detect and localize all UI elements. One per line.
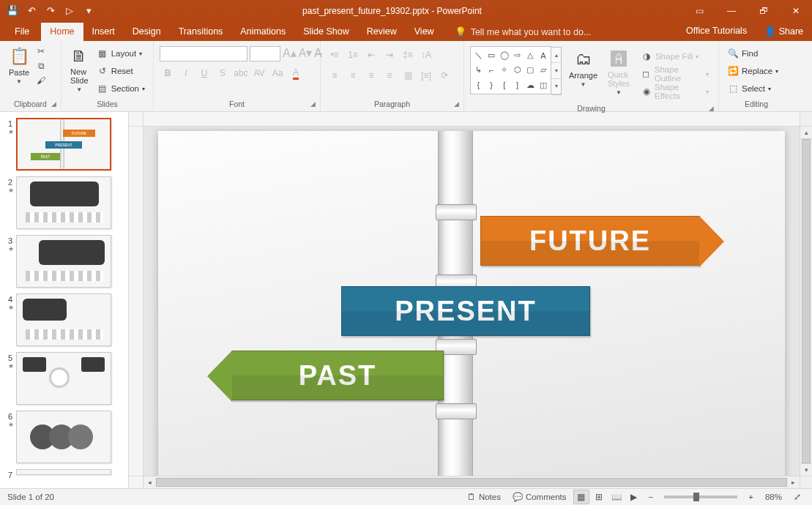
scroll-left-button[interactable]: ◂ — [144, 476, 156, 488]
zoom-slider-handle[interactable] — [693, 493, 699, 501]
char-spacing-button[interactable]: AV — [251, 65, 267, 81]
tab-view[interactable]: View — [406, 23, 443, 41]
from-beginning-button[interactable]: ▷ — [62, 3, 78, 19]
section-button[interactable]: ▤Section ▾ — [94, 81, 147, 96]
replace-button[interactable]: 🔁Replace ▾ — [725, 64, 781, 78]
select-button[interactable]: ⬚Select ▾ — [725, 81, 781, 96]
sign-past[interactable]: PAST — [231, 351, 444, 400]
underline-button[interactable]: U — [196, 65, 212, 81]
decrease-font-button[interactable]: A▾ — [299, 46, 313, 61]
thumbnail-preview[interactable] — [16, 469, 111, 475]
scroll-right-button[interactable]: ▸ — [787, 476, 800, 488]
thumbnail-slide-4[interactable]: 4★ — [3, 293, 128, 346]
comments-button[interactable]: 💬Comments — [507, 489, 572, 506]
new-slide-button[interactable]: 🗎 New Slide ▼ — [66, 43, 93, 93]
qat-customize-button[interactable]: ▾ — [81, 3, 97, 19]
font-launcher[interactable]: ◢ — [310, 100, 316, 108]
align-left-button[interactable]: ≡ — [327, 67, 343, 83]
horizontal-scrollbar[interactable]: ◂ ▸ — [144, 476, 800, 488]
ruler-horizontal[interactable] — [144, 112, 800, 127]
office-tutorials-link[interactable]: Office Tutorials — [677, 22, 756, 41]
arrange-button[interactable]: 🗂 Arrange ▼ — [566, 46, 600, 88]
thumbnail-slide-2[interactable]: 2★ — [3, 176, 128, 229]
scroll-up-button[interactable]: ▴ — [800, 127, 812, 139]
undo-button[interactable]: ↶ — [23, 3, 40, 19]
copy-button[interactable]: ⧉ — [35, 60, 47, 72]
font-size-combo[interactable] — [250, 46, 280, 61]
thumbnail-slide-6[interactable]: 6★ — [3, 411, 128, 463]
strikethrough-button[interactable]: abc — [233, 65, 249, 81]
slide-thumbnail-panel[interactable]: 1★ FUTURE PRESENT PAST 2★ 3★ 4★ 5★ 6★ — [0, 112, 129, 488]
tab-review[interactable]: Review — [358, 23, 406, 41]
align-right-button[interactable]: ≡ — [363, 67, 379, 83]
layout-button[interactable]: ▦Layout ▾ — [94, 46, 147, 61]
shape-fill-button[interactable]: ◑Shape Fill ▾ — [638, 49, 711, 64]
slide-canvas[interactable]: FUTURE PRESENT PAST — [144, 127, 800, 476]
zoom-out-button[interactable]: − — [644, 489, 659, 506]
paragraph-launcher[interactable]: ◢ — [454, 100, 459, 108]
slideshow-view-button[interactable]: ▶ — [626, 490, 642, 504]
thumbnail-preview[interactable] — [16, 235, 111, 288]
shape-outline-button[interactable]: ◻Shape Outline ▾ — [638, 67, 711, 81]
fit-to-window-button[interactable]: ⤢ — [789, 489, 806, 506]
normal-view-button[interactable]: ▦ — [573, 490, 589, 504]
minimize-button[interactable]: — — [715, 0, 748, 21]
increase-font-button[interactable]: A▴ — [283, 46, 297, 61]
save-button[interactable]: 💾 — [4, 3, 21, 19]
find-button[interactable]: 🔍Find — [725, 46, 781, 61]
columns-button[interactable]: ▥ — [400, 67, 416, 83]
vertical-scrollbar[interactable]: ▴ ▾ — [800, 127, 812, 476]
thumbnail-preview[interactable] — [16, 176, 111, 229]
shadow-button[interactable]: S — [215, 65, 231, 81]
format-painter-button[interactable]: 🖌 — [35, 75, 47, 86]
italic-button[interactable]: I — [178, 65, 194, 81]
zoom-level-button[interactable]: 88% — [760, 489, 787, 506]
convert-smartart-button[interactable]: ⟳ — [436, 67, 452, 83]
sorter-view-button[interactable]: ⊞ — [591, 490, 607, 504]
thumbnail-preview[interactable] — [16, 293, 111, 346]
scroll-thumb[interactable] — [156, 478, 787, 487]
tab-slideshow[interactable]: Slide Show — [294, 23, 358, 41]
tell-me-search[interactable]: 💡 Tell me what you want to do... — [447, 23, 599, 41]
justify-button[interactable]: ≡ — [381, 67, 398, 83]
redo-button[interactable]: ↷ — [42, 3, 59, 19]
decrease-indent-button[interactable]: ⇤ — [363, 47, 379, 63]
change-case-button[interactable]: Aa — [269, 65, 286, 81]
text-direction-button[interactable]: ↕A — [418, 47, 434, 63]
numbering-button[interactable]: 1≡ — [345, 47, 361, 63]
line-spacing-button[interactable]: ‡≡ — [400, 47, 416, 63]
font-color-button[interactable]: A — [288, 65, 304, 81]
thumbnail-slide-3[interactable]: 3★ — [3, 235, 128, 288]
increase-indent-button[interactable]: ⇥ — [381, 47, 398, 63]
tab-design[interactable]: Design — [124, 23, 170, 41]
thumbnail-preview[interactable] — [16, 411, 111, 463]
thumbnail-preview[interactable] — [16, 352, 111, 405]
thumbnail-slide-5[interactable]: 5★ — [3, 352, 128, 405]
tab-insert[interactable]: Insert — [83, 23, 124, 41]
scroll-thumb[interactable] — [802, 139, 811, 463]
ribbon-display-options-button[interactable]: ▭ — [683, 0, 715, 21]
drawing-launcher[interactable]: ◢ — [709, 105, 714, 112]
sign-future[interactable]: FUTURE — [480, 216, 700, 266]
shapes-gallery-spinner[interactable]: ▴▾▾ — [551, 47, 562, 95]
tab-file[interactable]: File — [6, 23, 38, 41]
align-text-button[interactable]: [≡] — [418, 67, 434, 83]
tab-transitions[interactable]: Transitions — [170, 23, 232, 41]
reset-button[interactable]: ↺Reset — [94, 64, 147, 78]
restore-button[interactable]: 🗗 — [748, 0, 780, 21]
quick-styles-button[interactable]: 🅰 Quick Styles ▼ — [603, 46, 635, 96]
close-button[interactable]: ✕ — [780, 0, 812, 21]
thumbnail-preview[interactable]: FUTURE PRESENT PAST — [16, 118, 111, 171]
scroll-down-button[interactable]: ▾ — [800, 463, 812, 476]
sign-present[interactable]: PRESENT — [341, 286, 590, 336]
tab-home[interactable]: Home — [41, 23, 83, 41]
bullets-button[interactable]: •≡ — [327, 47, 343, 63]
shape-effects-button[interactable]: ◉Shape Effects ▾ — [638, 84, 711, 99]
align-center-button[interactable]: ≡ — [345, 67, 361, 83]
tab-animations[interactable]: Animations — [231, 23, 294, 41]
clipboard-launcher[interactable]: ◢ — [51, 100, 56, 108]
bold-button[interactable]: B — [160, 65, 176, 81]
shapes-gallery[interactable]: ＼ ▭ ◯ ⇨ △ A ↳ ⌐ ✧ ⬡ ▢ ▱ { } [ ] ☁ ◫ ▴▾▾ — [470, 46, 551, 94]
paste-button[interactable]: 📋 Paste ▼ — [4, 43, 34, 85]
font-name-combo[interactable] — [160, 46, 247, 61]
